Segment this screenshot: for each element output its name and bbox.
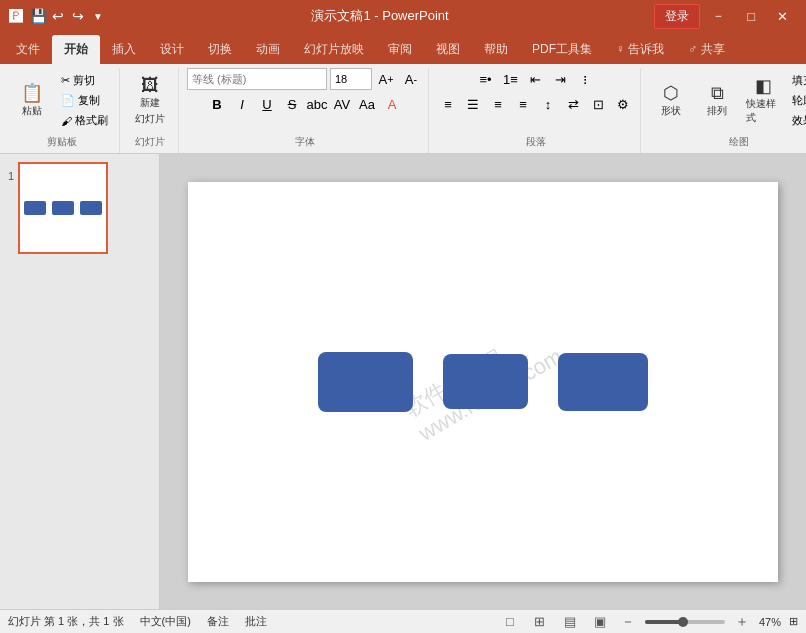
- font-row-1: A+ A-: [187, 68, 422, 90]
- slides-label: 幻灯片: [135, 135, 165, 149]
- shape-outline-button[interactable]: 轮廓▼: [787, 91, 806, 110]
- quick-access-toolbar: 💾 ↩ ↪ ▼: [30, 8, 106, 24]
- slide-thumbnail[interactable]: [18, 162, 108, 254]
- tab-design[interactable]: 设计: [148, 35, 196, 64]
- paragraph-content: ≡• 1≡ ⇤ ⇥ ⫶ ≡ ☰ ≡ ≡ ↕ ⇄ ⊡ ⚙: [437, 68, 634, 133]
- font-row-2: B I U S abc AV Aa A: [206, 93, 403, 115]
- thumb-shape-3: [80, 201, 102, 215]
- text-align-button[interactable]: ⊡: [587, 93, 609, 115]
- slide-shape-1[interactable]: [318, 352, 413, 412]
- cut-button[interactable]: ✂剪切: [56, 71, 113, 90]
- clipboard-label: 剪贴板: [47, 135, 77, 149]
- maximize-button[interactable]: □: [737, 5, 765, 28]
- shapes-icon: ⬡: [663, 84, 679, 102]
- shape-effect-button[interactable]: 效果▼: [787, 111, 806, 130]
- tab-transitions[interactable]: 切换: [196, 35, 244, 64]
- normal-view-btn[interactable]: □: [499, 612, 521, 632]
- bullets-button[interactable]: ≡•: [475, 68, 497, 90]
- format-painter-icon: 🖌: [61, 115, 72, 127]
- title-bar-right: 登录 － □ ✕: [654, 3, 798, 29]
- numbering-button[interactable]: 1≡: [500, 68, 522, 90]
- arrange-button[interactable]: ⧉ 排列: [695, 70, 739, 132]
- slide-canvas[interactable]: 软件自学网www.ruzjxw.com: [188, 182, 778, 582]
- minimize-button[interactable]: －: [702, 3, 735, 29]
- close-button[interactable]: ✕: [767, 5, 798, 28]
- slide-shape-3[interactable]: [558, 353, 648, 411]
- slide-number-label: 1: [8, 170, 14, 182]
- change-case-button[interactable]: Aa: [356, 93, 378, 115]
- copy-icon: 📄: [61, 94, 75, 107]
- shapes-button[interactable]: ⬡ 形状: [649, 70, 693, 132]
- font-name-input[interactable]: [187, 68, 327, 90]
- tab-slideshow[interactable]: 幻灯片放映: [292, 35, 376, 64]
- paste-button[interactable]: 📋 粘贴: [10, 70, 54, 132]
- drawing-small: 填充▼ 轮廓▼ 效果▼: [787, 71, 806, 130]
- slide-thumb-container: 1: [8, 162, 151, 254]
- tab-animations[interactable]: 动画: [244, 35, 292, 64]
- zoom-thumb: [678, 617, 688, 627]
- lang-status: 中文(中国): [140, 614, 191, 629]
- clipboard-small: ✂剪切 📄复制 🖌格式刷: [56, 71, 113, 130]
- zoom-in-btn[interactable]: ＋: [733, 613, 751, 631]
- align-right-button[interactable]: ≡: [487, 93, 509, 115]
- tab-pdf[interactable]: PDF工具集: [520, 35, 604, 64]
- tab-home[interactable]: 开始: [52, 35, 100, 64]
- title-bar-left: 🅿 💾 ↩ ↪ ▼: [8, 8, 106, 24]
- para-row-1: ≡• 1≡ ⇤ ⇥ ⫶: [475, 68, 597, 90]
- shadow-button[interactable]: abc: [306, 93, 328, 115]
- undo-icon[interactable]: ↩: [50, 8, 66, 24]
- font-group: A+ A- B I U S abc AV Aa A 字体: [181, 68, 429, 153]
- tab-insert[interactable]: 插入: [100, 35, 148, 64]
- font-color-button[interactable]: A: [381, 93, 403, 115]
- reading-view-btn[interactable]: ▤: [559, 612, 581, 632]
- clipboard-content: 📋 粘贴 ✂剪切 📄复制 🖌格式刷: [10, 68, 113, 133]
- new-slide-icon: 🖼: [141, 76, 159, 94]
- comments-button[interactable]: 批注: [245, 614, 267, 629]
- smartart-button[interactable]: ⚙: [612, 93, 634, 115]
- bold-button[interactable]: B: [206, 93, 228, 115]
- align-center-button[interactable]: ☰: [462, 93, 484, 115]
- char-spacing-button[interactable]: AV: [331, 93, 353, 115]
- shape-fill-button[interactable]: 填充▼: [787, 71, 806, 90]
- customize-icon[interactable]: ▼: [90, 8, 106, 24]
- font-label: 字体: [295, 135, 315, 149]
- new-slide-button[interactable]: 🖼 新建 幻灯片: [128, 70, 172, 132]
- tab-review[interactable]: 审阅: [376, 35, 424, 64]
- login-button[interactable]: 登录: [654, 4, 700, 29]
- thumb-shape-2: [52, 201, 74, 215]
- slide-shape-2[interactable]: [443, 354, 528, 409]
- zoom-level[interactable]: 47%: [759, 616, 781, 628]
- canvas-area[interactable]: 软件自学网www.ruzjxw.com: [160, 154, 806, 609]
- align-left-button[interactable]: ≡: [437, 93, 459, 115]
- increase-font-btn[interactable]: A+: [375, 68, 397, 90]
- line-spacing-button[interactable]: ↕: [537, 93, 559, 115]
- increase-indent-button[interactable]: ⇥: [550, 68, 572, 90]
- copy-button[interactable]: 📄复制: [56, 91, 113, 110]
- tab-view[interactable]: 视图: [424, 35, 472, 64]
- tab-tell-me[interactable]: ♀ 告诉我: [604, 35, 676, 64]
- save-icon[interactable]: 💾: [30, 8, 46, 24]
- slideshow-btn[interactable]: ▣: [589, 612, 611, 632]
- columns-button[interactable]: ⫶: [575, 68, 597, 90]
- slide-sorter-btn[interactable]: ⊞: [529, 612, 551, 632]
- redo-icon[interactable]: ↪: [70, 8, 86, 24]
- zoom-out-btn[interactable]: －: [619, 613, 637, 631]
- quick-styles-button[interactable]: ◧ 快速样式: [741, 70, 785, 132]
- underline-button[interactable]: U: [256, 93, 278, 115]
- zoom-slider[interactable]: [645, 620, 725, 624]
- notes-button[interactable]: 备注: [207, 614, 229, 629]
- tab-help[interactable]: 帮助: [472, 35, 520, 64]
- tab-file[interactable]: 文件: [4, 35, 52, 64]
- strikethrough-button[interactable]: S: [281, 93, 303, 115]
- decrease-font-btn[interactable]: A-: [400, 68, 422, 90]
- font-size-input[interactable]: [330, 68, 372, 90]
- format-painter-button[interactable]: 🖌格式刷: [56, 111, 113, 130]
- text-direction-button[interactable]: ⇄: [562, 93, 584, 115]
- fit-page-btn[interactable]: ⊞: [789, 615, 798, 628]
- italic-button[interactable]: I: [231, 93, 253, 115]
- tab-share[interactable]: ♂ 共享: [676, 35, 736, 64]
- paste-icon: 📋: [21, 84, 43, 102]
- slide-shapes: [318, 352, 648, 412]
- justify-button[interactable]: ≡: [512, 93, 534, 115]
- decrease-indent-button[interactable]: ⇤: [525, 68, 547, 90]
